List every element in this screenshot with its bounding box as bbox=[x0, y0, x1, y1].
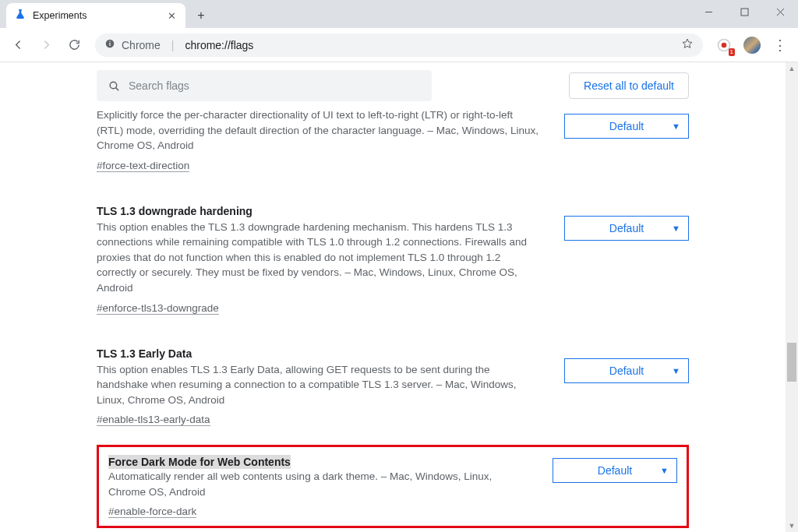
toolbar: Chrome | chrome://flags 1 ⋮ bbox=[0, 28, 798, 62]
search-placeholder: Search flags bbox=[129, 79, 189, 92]
url-separator: | bbox=[171, 39, 175, 51]
flag-description: Automatically render all web contents us… bbox=[108, 469, 529, 499]
reload-button[interactable] bbox=[62, 33, 86, 57]
url-host: Chrome bbox=[122, 39, 161, 51]
flag-anchor-link[interactable]: #enable-tls13-early-data bbox=[97, 414, 210, 426]
flag-dropdown[interactable]: Default ▼ bbox=[553, 458, 677, 483]
search-input[interactable]: Search flags bbox=[97, 70, 432, 101]
flag-title: TLS 1.3 Early Data bbox=[97, 347, 541, 360]
flag-title: Force Dark Mode for Web Contents bbox=[108, 455, 291, 469]
flag-item: TLS 1.3 Early Data This option enables T… bbox=[97, 333, 689, 446]
window-controls bbox=[690, 0, 798, 28]
reset-all-button[interactable]: Reset all to default bbox=[569, 72, 689, 99]
flag-anchor-link[interactable]: #force-text-direction bbox=[97, 160, 189, 172]
scroll-down-icon[interactable]: ▼ bbox=[786, 520, 798, 532]
flag-dropdown[interactable]: Default ▼ bbox=[564, 216, 689, 241]
svg-point-5 bbox=[722, 42, 727, 48]
new-tab-button[interactable]: + bbox=[190, 5, 212, 26]
maximize-button[interactable] bbox=[726, 0, 762, 23]
flag-item: TLS 1.3 downgrade hardening This option … bbox=[97, 191, 689, 333]
search-icon bbox=[108, 79, 121, 93]
flag-description: Explicitly force the per-character direc… bbox=[97, 107, 541, 153]
svg-rect-0 bbox=[741, 9, 748, 16]
close-icon[interactable]: ✕ bbox=[166, 10, 178, 22]
page-content: Search flags Reset all to default Explic… bbox=[0, 62, 786, 532]
chevron-down-icon: ▼ bbox=[672, 224, 680, 233]
chevron-down-icon: ▼ bbox=[672, 122, 680, 131]
flag-anchor-link[interactable]: #enforce-tls13-downgrade bbox=[97, 302, 219, 315]
svg-rect-3 bbox=[109, 41, 110, 42]
chevron-down-icon: ▼ bbox=[672, 366, 680, 375]
flag-item: Force Dark Mode for Web Contents Automat… bbox=[108, 455, 677, 518]
flask-icon bbox=[14, 8, 26, 23]
svg-rect-2 bbox=[109, 43, 110, 46]
scroll-up-icon[interactable]: ▲ bbox=[786, 62, 798, 75]
scrollbar-thumb[interactable] bbox=[787, 343, 796, 382]
url-path: chrome://flags bbox=[185, 39, 253, 51]
flag-dropdown[interactable]: Default ▼ bbox=[564, 358, 689, 383]
flag-description: This option enables TLS 1.3 Early Data, … bbox=[97, 362, 541, 408]
flag-dropdown-value: Default bbox=[609, 120, 644, 132]
menu-button[interactable]: ⋮ bbox=[768, 33, 792, 57]
extension-badge: 1 bbox=[729, 48, 735, 56]
flag-title: TLS 1.3 downgrade hardening bbox=[97, 205, 541, 217]
minimize-button[interactable] bbox=[690, 0, 726, 23]
flag-item: Explicitly force the per-character direc… bbox=[97, 107, 689, 191]
profile-avatar[interactable] bbox=[740, 33, 764, 57]
flag-dropdown-value: Default bbox=[609, 365, 644, 377]
flag-description: This option enables the TLS 1.3 downgrad… bbox=[97, 220, 541, 296]
svg-point-6 bbox=[110, 82, 117, 89]
close-window-button[interactable] bbox=[762, 0, 798, 23]
scrollbar[interactable]: ▲ ▼ bbox=[786, 62, 798, 532]
flag-dropdown-value: Default bbox=[609, 222, 644, 234]
forward-button[interactable] bbox=[34, 33, 58, 57]
flag-anchor-link[interactable]: #enable-force-dark bbox=[108, 506, 196, 518]
flag-dropdown-value: Default bbox=[598, 464, 632, 477]
highlighted-flag: Force Dark Mode for Web Contents Automat… bbox=[97, 445, 689, 528]
back-button[interactable] bbox=[6, 33, 30, 57]
browser-tab[interactable]: Experiments ✕ bbox=[6, 3, 185, 28]
bookmark-icon[interactable] bbox=[681, 37, 694, 52]
site-info-icon[interactable] bbox=[104, 38, 115, 51]
titlebar: Experiments ✕ + bbox=[0, 0, 798, 28]
flag-dropdown[interactable]: Default ▼ bbox=[564, 114, 689, 139]
extension-icon[interactable]: 1 bbox=[712, 33, 736, 57]
address-bar[interactable]: Chrome | chrome://flags bbox=[95, 33, 703, 57]
chevron-down-icon: ▼ bbox=[660, 466, 669, 475]
tab-title: Experiments bbox=[33, 10, 160, 21]
